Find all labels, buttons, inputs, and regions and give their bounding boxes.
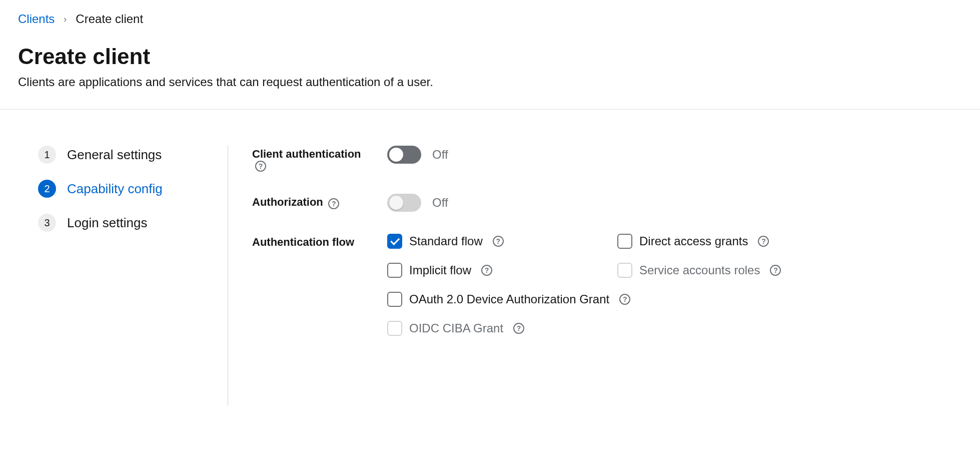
checkbox-item-service-accounts-roles: Service accounts roles xyxy=(617,263,962,278)
step-number: 3 xyxy=(38,214,56,232)
help-icon[interactable] xyxy=(328,198,339,209)
help-icon[interactable] xyxy=(619,294,630,305)
checkbox-standard-flow[interactable] xyxy=(387,234,402,249)
row-authentication-flow: Authentication flow Standard flow Direct… xyxy=(252,234,962,336)
page-subtitle: Clients are applications and services th… xyxy=(18,75,962,89)
checkbox-item-oauth-device-grant: OAuth 2.0 Device Authorization Grant xyxy=(387,292,962,307)
checkbox-item-direct-access-grants: Direct access grants xyxy=(617,234,962,249)
checkbox-item-standard-flow: Standard flow xyxy=(387,234,617,249)
breadcrumb: Clients › Create client xyxy=(18,12,962,26)
checkbox-label: Standard flow xyxy=(409,234,483,248)
checkbox-implicit-flow[interactable] xyxy=(387,263,402,278)
step-number: 1 xyxy=(38,146,56,164)
checkbox-service-accounts-roles xyxy=(617,263,632,278)
checkbox-direct-access-grants[interactable] xyxy=(617,234,632,249)
label-client-authentication: Client authentication xyxy=(252,148,361,160)
step-general-settings[interactable]: 1 General settings xyxy=(38,146,216,164)
help-icon[interactable] xyxy=(758,236,769,247)
checkbox-item-oidc-ciba-grant: OIDC CIBA Grant xyxy=(387,321,962,336)
step-label: Login settings xyxy=(67,215,147,231)
step-login-settings[interactable]: 3 Login settings xyxy=(38,214,216,232)
help-icon[interactable] xyxy=(513,323,524,334)
checkbox-label: Service accounts roles xyxy=(639,263,760,277)
help-icon[interactable] xyxy=(255,161,266,172)
toggle-state-text: Off xyxy=(432,196,448,210)
capability-form: Client authentication Off Authorization xyxy=(228,146,962,406)
step-capability-config[interactable]: 2 Capability config xyxy=(38,180,216,198)
checkbox-label: OAuth 2.0 Device Authorization Grant xyxy=(409,292,609,306)
checkbox-label: Implicit flow xyxy=(409,263,471,277)
step-label: Capability config xyxy=(67,181,163,197)
wizard-steps: 1 General settings 2 Capability config 3… xyxy=(18,146,228,406)
help-icon[interactable] xyxy=(481,265,492,276)
checkbox-label: Direct access grants xyxy=(639,234,748,248)
checkbox-oauth-device-grant[interactable] xyxy=(387,292,402,307)
checkbox-label: OIDC CIBA Grant xyxy=(409,321,503,335)
row-authorization: Authorization Off xyxy=(252,194,962,212)
help-icon[interactable] xyxy=(770,265,781,276)
breadcrumb-clients-link[interactable]: Clients xyxy=(18,12,55,26)
help-icon[interactable] xyxy=(493,236,504,247)
breadcrumb-current: Create client xyxy=(76,12,143,26)
checkbox-item-implicit-flow: Implicit flow xyxy=(387,263,617,278)
checkbox-oidc-ciba-grant xyxy=(387,321,402,336)
label-authorization: Authorization xyxy=(252,196,323,208)
row-client-authentication: Client authentication Off xyxy=(252,146,962,172)
step-number: 2 xyxy=(38,180,56,198)
step-label: General settings xyxy=(67,147,162,163)
page-title: Create client xyxy=(18,44,962,69)
chevron-right-icon: › xyxy=(64,14,67,25)
toggle-client-authentication[interactable] xyxy=(387,146,421,164)
toggle-authorization xyxy=(387,194,421,212)
label-authentication-flow: Authentication flow xyxy=(252,236,354,248)
toggle-state-text: Off xyxy=(432,148,448,162)
